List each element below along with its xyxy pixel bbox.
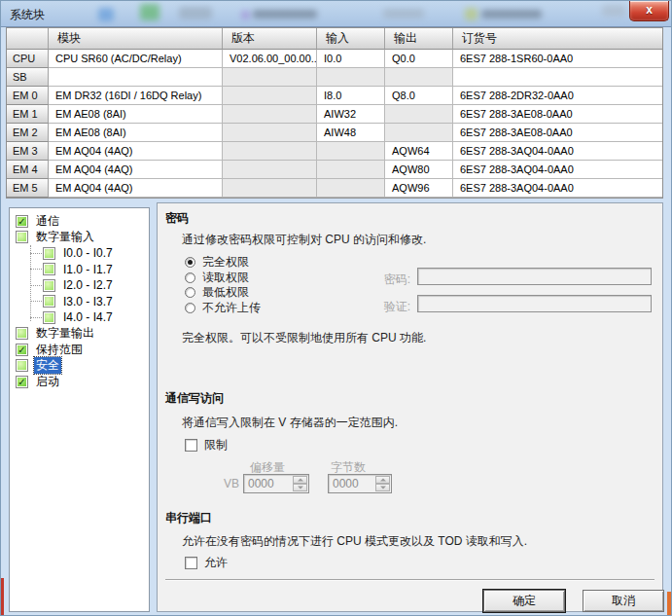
- background-bleed: [1, 578, 4, 616]
- offset-spin-buttons: [293, 476, 307, 491]
- blurred-background-icon: [602, 5, 625, 17]
- blurred-background-icon: [98, 8, 114, 21]
- tree-checkbox-icon[interactable]: [43, 311, 55, 324]
- table-row[interactable]: EM 4EM AQ04 (4AQ)AQW806ES7 288-3AQ04-0AA…: [7, 161, 662, 179]
- serial-port-section-title: 串行端口: [165, 510, 212, 526]
- table-row[interactable]: EM 2EM AE08 (8AI)AIW486ES7 288-3AE08-0AA…: [7, 124, 662, 142]
- blurred-background-icon: [253, 10, 317, 18]
- tree-item[interactable]: ✓保持范围: [10, 342, 149, 358]
- row-header-cell: EM 3: [7, 142, 49, 161]
- tree-item-label[interactable]: I1.0 - I1.7: [61, 263, 115, 276]
- spin-up-icon: [293, 476, 307, 484]
- tree-item[interactable]: 数字量输入: [10, 230, 149, 246]
- tree-item[interactable]: 数字量输出: [10, 326, 149, 343]
- column-header-module: 模块: [49, 28, 223, 50]
- restrict-checkbox-row[interactable]: 限制: [185, 437, 228, 453]
- tree-checkbox-icon[interactable]: [43, 279, 55, 292]
- tree-checkbox-icon[interactable]: ✓: [16, 376, 28, 388]
- table-row[interactable]: EM 3EM AQ04 (4AQ)AQW646ES7 288-3AQ04-0AA…: [7, 142, 662, 161]
- tree-item-label[interactable]: 数字量输出: [34, 325, 96, 342]
- tree-item[interactable]: ✓通信: [10, 213, 149, 230]
- close-button[interactable]: x: [629, 1, 669, 21]
- input-cell: I8.0: [317, 87, 385, 105]
- radio-option[interactable]: 最低权限: [185, 285, 261, 301]
- tree-checkbox-icon[interactable]: [43, 295, 55, 308]
- tree-checkbox-icon[interactable]: [16, 327, 28, 340]
- ok-button[interactable]: 确定: [483, 590, 565, 612]
- module-table: 模块 版本 输入 输出 订货号 CPUCPU SR60 (AC/DC/Relay…: [6, 27, 663, 199]
- tree-item-label[interactable]: 启动: [34, 374, 61, 390]
- order-cell: 6ES7 288-3AQ04-0AA0: [453, 161, 662, 179]
- tree-item-label[interactable]: 安全: [34, 357, 61, 374]
- tree-branch-icon: [30, 301, 42, 302]
- table-row[interactable]: SB: [7, 68, 662, 87]
- vb-prefix-label: VB: [224, 477, 239, 490]
- table-row[interactable]: EM 0EM DR32 (16DI / 16DQ Relay)I8.0Q8.06…: [7, 87, 662, 105]
- tree-item-label[interactable]: 保持范围: [34, 342, 85, 358]
- security-settings-panel: 密码 通过修改密码权限可控制对 CPU 的访问和修改. 完全权限读取权限最低权限…: [157, 202, 663, 612]
- module-cell: CPU SR60 (AC/DC/Relay): [49, 50, 223, 68]
- tree-checkbox-icon[interactable]: ✓: [16, 344, 28, 356]
- tree-item[interactable]: 安全: [10, 358, 149, 375]
- settings-tree-panel: ✓通信数字量输入I0.0 - I0.7I1.0 - I1.7I2.0 - I2.…: [9, 207, 150, 612]
- table-row[interactable]: EM 1EM AE08 (8AI)AIW326ES7 288-3AE08-0AA…: [7, 105, 662, 124]
- password-section-title: 密码: [165, 210, 189, 227]
- background-bleed: [667, 592, 671, 616]
- blurred-background-icon: [140, 4, 159, 20]
- column-header-version: 版本: [223, 28, 317, 50]
- version-cell: [223, 179, 317, 198]
- allow-checkbox-row[interactable]: 允许: [185, 555, 228, 571]
- password-description: 通过修改密码权限可控制对 CPU 的访问和修改.: [182, 232, 426, 248]
- row-header-cell: EM 5: [7, 179, 49, 198]
- radio-option-label: 读取权限: [202, 270, 249, 286]
- order-cell: 6ES7 288-3AE08-0AA0: [453, 124, 662, 142]
- bytes-value: 0000: [333, 477, 359, 490]
- input-cell: [317, 142, 385, 161]
- corner-header-cell: [7, 28, 49, 50]
- check-icon: ✓: [18, 377, 25, 387]
- column-header-input: 输入: [317, 28, 385, 50]
- tree-item-label[interactable]: I0.0 - I0.7: [61, 246, 115, 260]
- version-cell: [223, 124, 317, 142]
- cancel-button[interactable]: 取消: [583, 590, 664, 612]
- row-header-cell: EM 1: [7, 105, 49, 124]
- version-cell: [223, 161, 317, 179]
- tree-item-label[interactable]: 数字量输入: [34, 229, 96, 245]
- comm-write-section-title: 通信写访问: [165, 390, 224, 407]
- row-header-cell: EM 0: [7, 87, 49, 105]
- radio-option[interactable]: 不允许上传: [185, 301, 261, 316]
- module-cell: EM AQ04 (4AQ): [49, 142, 223, 161]
- module-cell: EM AQ04 (4AQ): [49, 161, 223, 179]
- close-icon: x: [646, 3, 653, 17]
- radio-option[interactable]: 完全权限: [185, 255, 261, 271]
- tree-checkbox-icon[interactable]: [16, 359, 28, 372]
- allow-label: 允许: [204, 555, 228, 571]
- tree-item-label[interactable]: 通信: [34, 213, 61, 230]
- radio-option-label: 最低权限: [202, 284, 249, 301]
- radio-option-label: 完全权限: [202, 254, 249, 271]
- order-cell: 6ES7 288-1SR60-0AA0: [453, 50, 662, 68]
- tree-checkbox-icon[interactable]: [16, 231, 28, 243]
- table-row[interactable]: EM 5EM AQ04 (4AQ)AQW966ES7 288-3AQ04-0AA…: [7, 179, 662, 198]
- tree-item-label[interactable]: I3.0 - I3.7: [61, 295, 115, 308]
- tree-item-label[interactable]: I2.0 - I2.7: [61, 278, 115, 292]
- tree-item-label[interactable]: I4.0 - I4.7: [61, 310, 115, 324]
- module-cell: EM DR32 (16DI / 16DQ Relay): [49, 87, 223, 105]
- radio-icon: [185, 257, 195, 268]
- table-row[interactable]: CPUCPU SR60 (AC/DC/Relay)V02.06.00_00.00…: [7, 50, 662, 68]
- tree-checkbox-icon[interactable]: [43, 247, 55, 260]
- tree-item[interactable]: ✓启动: [10, 374, 149, 390]
- allow-checkbox[interactable]: [185, 557, 197, 569]
- output-cell: AQW80: [385, 161, 453, 179]
- radio-icon: [185, 303, 195, 313]
- tree-connector-line: [30, 245, 31, 321]
- radio-option[interactable]: 读取权限: [185, 271, 261, 286]
- column-header-order: 订货号: [453, 28, 662, 50]
- offset-value: 0000: [248, 477, 274, 490]
- restrict-checkbox[interactable]: [185, 439, 197, 452]
- blurred-background-icon: [481, 10, 542, 18]
- output-cell: AQW96: [385, 179, 453, 198]
- tree-checkbox-icon[interactable]: [43, 263, 55, 275]
- row-header-cell: EM 4: [7, 161, 49, 179]
- tree-checkbox-icon[interactable]: ✓: [16, 215, 28, 228]
